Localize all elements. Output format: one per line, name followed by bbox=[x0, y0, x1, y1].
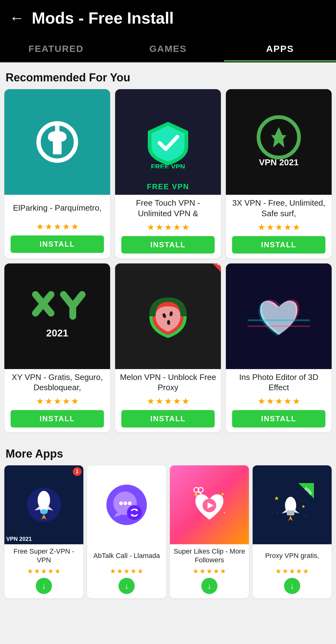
app-icon-xyvpn: 2021 bbox=[4, 263, 110, 369]
download-arrow-icon: ↓ bbox=[208, 582, 212, 590]
stars-melon: ★ ★ ★ ★ ★ bbox=[147, 396, 189, 406]
small-app-name-freesupervpn: Free Super Z-VPN - VPN bbox=[4, 544, 83, 566]
app-card-xyvpn: 2021 XY VPN - Gratis, Seguro, Desbloquea… bbox=[4, 263, 110, 433]
svg-text:2021: 2021 bbox=[46, 327, 68, 339]
svg-point-30 bbox=[128, 501, 132, 505]
more-apps-grid: VPN 2021 1 Free Super Z-VPN - VPN ★ ★ ★ … bbox=[0, 465, 336, 598]
install-button-xyvpn[interactable]: INSTALL bbox=[11, 410, 104, 427]
svg-marker-5 bbox=[271, 127, 286, 148]
small-app-name-abtalk: AbTalk Call - Llamada bbox=[91, 544, 162, 566]
back-button[interactable]: ← bbox=[9, 11, 24, 25]
small-icon-proxyvpn: VPN ★ ★ · · bbox=[253, 465, 332, 544]
download-button-proxyvpn[interactable]: ↓ bbox=[284, 578, 300, 594]
app-name-elparking: ElParking - Parquímetro, bbox=[10, 195, 105, 220]
svg-text:★: ★ bbox=[274, 495, 279, 501]
svg-text:·: · bbox=[305, 513, 306, 518]
small-card-superlikesclip: ✦ ✦ ✦ Super Likes Clip - More Followers … bbox=[170, 465, 249, 598]
small-stars-superlikesclip: ★ ★ ★ ★ ★ bbox=[193, 567, 226, 575]
svg-point-29 bbox=[124, 501, 127, 505]
download-button-abtalk[interactable]: ↓ bbox=[119, 578, 135, 594]
recommended-grid: ElParking - Parquímetro, ★ ★ ★ ★ ★ INSTA… bbox=[0, 89, 336, 439]
stars-insphoto: ★ ★ ★ ★ ★ bbox=[258, 396, 300, 406]
stars-elparking: ★ ★ ★ ★ ★ bbox=[36, 222, 79, 232]
svg-text:✦: ✦ bbox=[220, 491, 225, 497]
small-icon-superlikesclip: ✦ ✦ ✦ bbox=[170, 465, 249, 544]
svg-text:VPN 2021: VPN 2021 bbox=[259, 158, 299, 167]
svg-point-22 bbox=[40, 509, 48, 514]
stars-freevpn: ★ ★ ★ ★ ★ bbox=[147, 222, 189, 232]
app-card-elparking: ElParking - Parquímetro, ★ ★ ★ ★ ★ INSTA… bbox=[4, 89, 110, 258]
small-card-freesupervpn: VPN 2021 1 Free Super Z-VPN - VPN ★ ★ ★ … bbox=[4, 465, 83, 598]
download-button-superlikesclip[interactable]: ↓ bbox=[201, 578, 217, 594]
svg-text:·: · bbox=[277, 510, 278, 515]
more-apps-section: More Apps VPN 2021 bbox=[0, 439, 336, 608]
download-arrow-icon: ↓ bbox=[42, 582, 46, 590]
app-icon-elparking bbox=[4, 89, 110, 195]
svg-text:★: ★ bbox=[301, 504, 306, 509]
small-card-proxyvpn: VPN ★ ★ · · Proxy VPN gratis bbox=[253, 465, 332, 598]
tab-bar: FEATURED GAMES APPS bbox=[0, 35, 336, 62]
app-card-melon: NEW Melon VPN - Unblock Free Proxy ★ ★ ★… bbox=[115, 263, 221, 433]
stars-xyvpn: ★ ★ ★ ★ ★ bbox=[36, 396, 79, 406]
install-button-freevpn[interactable]: INSTALL bbox=[121, 236, 214, 253]
app-icon-freevpn: FREE VPN FREE VPN bbox=[115, 89, 221, 195]
install-button-elparking[interactable]: INSTALL bbox=[11, 235, 104, 253]
notification-badge: 1 bbox=[73, 467, 82, 476]
app-name-vpn2021: 3X VPN - Free, Unlimited, Safe surf, bbox=[226, 195, 332, 220]
tab-apps[interactable]: APPS bbox=[224, 35, 336, 62]
header: ← Mods - Free Install bbox=[0, 0, 336, 35]
small-app-name-proxyvpn: Proxy VPN gratis, bbox=[263, 544, 321, 566]
small-stars-abtalk: ★ ★ ★ ★ ★ bbox=[110, 567, 143, 575]
app-name-insphoto: Ins Photo Editor of 3D Effect bbox=[226, 369, 332, 395]
app-name-freevpn: Free Touch VPN - Unlimited VPN & bbox=[115, 195, 221, 220]
svg-text:✦: ✦ bbox=[222, 510, 226, 515]
app-card-insphoto: Ins Photo Editor of 3D Effect ★ ★ ★ ★ ★ … bbox=[226, 263, 332, 433]
install-button-insphoto[interactable]: INSTALL bbox=[232, 410, 325, 427]
install-button-melon[interactable]: INSTALL bbox=[121, 410, 214, 427]
more-apps-section-title: More Apps bbox=[0, 439, 336, 465]
svg-rect-17 bbox=[248, 326, 310, 327]
small-app-name-superlikesclip: Super Likes Clip - More Followers bbox=[170, 544, 249, 566]
small-stars-freesupervpn: ★ ★ ★ ★ ★ bbox=[27, 567, 61, 575]
tab-games[interactable]: GAMES bbox=[112, 35, 224, 62]
app-icon-melon: NEW bbox=[115, 263, 221, 369]
app-name-melon: Melon VPN - Unblock Free Proxy bbox=[115, 369, 221, 395]
svg-text:FREE VPN: FREE VPN bbox=[151, 163, 185, 168]
download-arrow-icon: ↓ bbox=[125, 582, 129, 590]
app-icon-insphoto bbox=[226, 263, 332, 369]
stars-vpn2021: ★ ★ ★ ★ ★ bbox=[258, 222, 300, 232]
svg-rect-46 bbox=[287, 510, 294, 515]
svg-point-31 bbox=[127, 505, 142, 520]
download-arrow-icon: ↓ bbox=[290, 582, 294, 590]
small-icon-freesupervpn: VPN 2021 1 bbox=[4, 465, 83, 544]
small-icon-abtalk bbox=[87, 465, 166, 544]
svg-marker-47 bbox=[288, 515, 293, 521]
app-name-xyvpn: XY VPN - Gratis, Seguro, Desbloquear, bbox=[4, 369, 110, 395]
download-button-freesupervpn[interactable]: ↓ bbox=[36, 578, 52, 594]
page-title: Mods - Free Install bbox=[32, 9, 174, 27]
app-card-freevpn: FREE VPN FREE VPN Free Touch VPN - Unlim… bbox=[115, 89, 221, 258]
app-icon-vpn2021: VPN 2021 bbox=[226, 89, 332, 195]
install-button-vpn2021[interactable]: INSTALL bbox=[232, 236, 325, 253]
small-card-abtalk: AbTalk Call - Llamada ★ ★ ★ ★ ★ ↓ bbox=[87, 465, 166, 598]
app-card-vpn2021: VPN 2021 3X VPN - Free, Unlimited, Safe … bbox=[226, 89, 332, 258]
small-stars-proxyvpn: ★ ★ ★ ★ ★ bbox=[275, 567, 309, 575]
recommended-section-title: Recommended For You bbox=[0, 62, 336, 89]
svg-rect-16 bbox=[248, 319, 310, 321]
tab-featured[interactable]: FEATURED bbox=[0, 35, 112, 62]
svg-rect-2 bbox=[53, 141, 62, 154]
svg-point-28 bbox=[119, 501, 123, 505]
